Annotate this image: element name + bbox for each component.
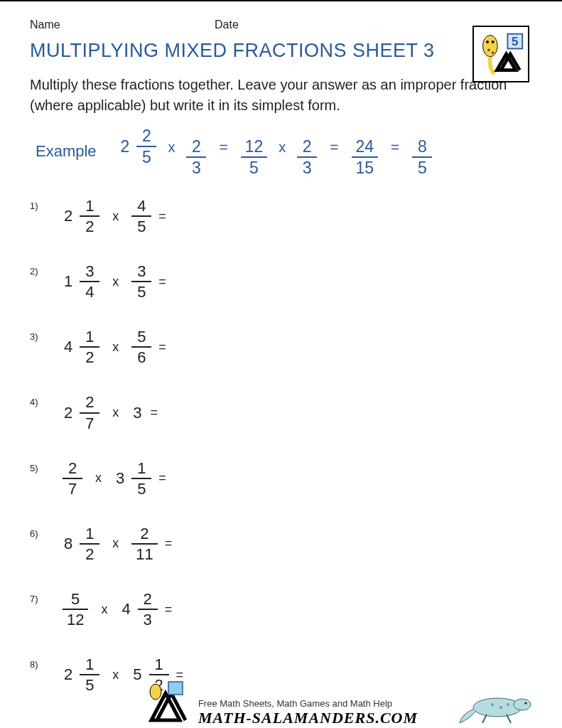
svg-point-14 xyxy=(491,703,494,706)
math-term: 225 xyxy=(117,127,160,166)
problem-number: 8) xyxy=(30,656,51,670)
problem-row: 4)227x3= xyxy=(30,394,532,431)
math-term: 125 xyxy=(238,138,271,176)
footer-site: MATH-SALAMANDERS.COM xyxy=(198,709,418,727)
svg-point-8 xyxy=(150,684,161,700)
problem-expression: 212x45= xyxy=(60,198,166,235)
math-term: = xyxy=(391,139,399,155)
svg-text:5: 5 xyxy=(512,35,518,48)
math-term: = xyxy=(158,209,166,224)
math-term: x xyxy=(168,139,175,155)
problem-number: 2) xyxy=(30,263,51,277)
svg-point-3 xyxy=(487,48,490,51)
example-row: Example 225x23=125x23=2415=85 xyxy=(36,127,532,176)
svg-line-12 xyxy=(482,714,487,723)
math-term: 23 xyxy=(294,138,320,176)
svg-point-15 xyxy=(499,706,502,709)
footer-logo-icon xyxy=(144,680,187,727)
math-term: x xyxy=(279,139,286,155)
problem-row: 3)412x56= xyxy=(30,328,532,365)
problem-number: 6) xyxy=(30,525,51,539)
footer-tagline: Free Math Sheets, Math Games and Math He… xyxy=(198,698,418,709)
svg-point-0 xyxy=(483,36,498,57)
grade-logo-badge: 5 xyxy=(472,26,529,82)
math-term: 3 xyxy=(129,404,146,422)
math-term: x xyxy=(95,471,102,486)
math-term: = xyxy=(158,340,166,355)
math-term: 212 xyxy=(60,198,102,235)
math-term: 27 xyxy=(60,460,85,497)
problem-expression: 27x315= xyxy=(60,460,166,497)
name-label: Name xyxy=(30,18,215,31)
math-term: = xyxy=(158,274,166,289)
problem-expression: 512x423= xyxy=(60,591,172,628)
svg-point-2 xyxy=(492,41,495,43)
math-term: x xyxy=(112,274,119,289)
math-term: = xyxy=(165,602,173,617)
math-term: x xyxy=(112,340,119,355)
problem-row: 2)134x35= xyxy=(30,263,532,300)
svg-point-9 xyxy=(473,698,522,717)
problem-number: 7) xyxy=(30,591,51,604)
math-term: = xyxy=(330,139,338,155)
header-row: Name Date xyxy=(30,18,532,31)
math-term: 2415 xyxy=(349,138,382,176)
math-term: 512 xyxy=(60,591,91,628)
problem-row: 1)212x45= xyxy=(30,198,532,235)
example-label: Example xyxy=(36,142,97,161)
math-term: 35 xyxy=(129,263,154,300)
svg-point-4 xyxy=(492,51,495,54)
problem-number: 1) xyxy=(30,198,51,211)
math-term: 45 xyxy=(129,198,154,235)
worksheet-page: Name Date 5 MULTIPLYING MIXED FRACTIONS … xyxy=(0,0,562,728)
math-term: 23 xyxy=(183,138,209,176)
math-term: 423 xyxy=(117,591,160,628)
problems-list: 1)212x45=2)134x35=3)412x56=4)227x3=5)27x… xyxy=(30,198,532,694)
svg-point-1 xyxy=(486,41,489,43)
lizard-icon xyxy=(458,683,536,726)
problem-expression: 227x3= xyxy=(60,394,158,431)
math-term: = xyxy=(219,139,227,155)
problem-number: 5) xyxy=(30,460,51,473)
problem-expression: 134x35= xyxy=(60,263,166,300)
math-term: = xyxy=(151,405,158,420)
svg-point-10 xyxy=(514,699,531,710)
math-term: x xyxy=(112,209,119,224)
problem-number: 3) xyxy=(30,328,51,342)
problem-expression: 812x211= xyxy=(60,525,172,562)
math-term: x xyxy=(101,602,107,617)
date-label: Date xyxy=(215,18,399,31)
math-term: = xyxy=(165,536,173,551)
math-term: x xyxy=(112,405,119,420)
svg-rect-7 xyxy=(168,682,183,695)
worksheet-title: MULTIPLYING MIXED FRACTIONS SHEET 3 xyxy=(30,40,532,62)
problem-number: 4) xyxy=(30,394,51,407)
problem-expression: 412x56= xyxy=(60,328,166,365)
example-expression: 225x23=125x23=2415=85 xyxy=(117,127,436,176)
math-term: 56 xyxy=(129,328,154,365)
math-term: 812 xyxy=(60,525,102,562)
math-term: 211 xyxy=(129,525,160,562)
math-term: 134 xyxy=(60,263,102,300)
math-term: 412 xyxy=(60,328,102,365)
svg-point-16 xyxy=(507,703,509,706)
footer-text-block: Free Math Sheets, Math Games and Math He… xyxy=(198,698,418,727)
problem-row: 5)27x315= xyxy=(30,460,532,497)
salamander-logo-icon: 5 xyxy=(477,30,525,78)
instructions-text: Multiply these fractions together. Leave… xyxy=(30,75,532,116)
problem-row: 6)812x211= xyxy=(30,525,532,562)
math-term: 85 xyxy=(409,138,435,176)
math-term: 315 xyxy=(112,460,154,497)
math-term: 227 xyxy=(60,394,102,431)
svg-point-11 xyxy=(524,702,526,705)
problem-row: 7)512x423= xyxy=(30,591,532,628)
math-term: x xyxy=(112,536,119,551)
math-term: = xyxy=(158,471,166,486)
